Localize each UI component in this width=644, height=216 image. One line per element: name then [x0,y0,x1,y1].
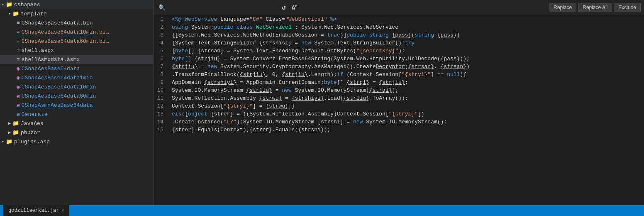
toolbar: 🔍 ↺ AA Replace Replace All Exclude [154,0,644,15]
line-content: {strer}.Equals(Context);{strer}.Equals({… [170,126,644,134]
sidebar-item-label: CShapAesBase64data60min [22,93,96,99]
main-container: ▾ 📁 cshapAes ▾ 📁 template ≡ CShapAesBase… [0,0,644,205]
line-number: 13 [154,110,170,118]
sidebar-item-cshapAesBase64data10min[interactable]: ≡ CShapAesBase64data10min.bi… [0,27,153,37]
table-row: 3 {[System.Web.Services.WebMethod(Enable… [154,31,644,39]
line-number: 11 [154,94,170,102]
sidebar-item-plugins-asp[interactable]: ▾ 📁 plugins.asp [0,137,153,146]
sidebar-item-CShapAesBase64data10min[interactable]: ◉ CShapAesBase64data10min [0,82,153,91]
table-row: 10 System.IO.MemoryStream {strliu} = new… [154,86,644,94]
table-row: 4 {System.Text.StringBuilder {strshisi} … [154,39,644,47]
folder-icon: 📁 [12,129,19,136]
sidebar-item-cshapAes[interactable]: ▾ 📁 cshapAes [0,0,153,9]
chevron-down-icon: ▾ [2,139,4,144]
circle-icon: ◉ [17,93,20,99]
table-row: 11 System.Reflection.Assembly {strwu} = … [154,94,644,102]
code-table: 1 <%@ WebService Language="C#" Class="We… [154,15,644,134]
sidebar-item-label: template [21,11,46,17]
line-content: AppDomain {strshiyi} = AppDomain.Current… [170,79,644,86]
line-number: 1 [154,15,170,23]
toolbar-search: 🔍 ↺ AA [157,2,299,12]
file-icon: ≡ [17,20,20,26]
sidebar-item-label: CShapAsmxAesBase64data [22,102,93,108]
close-icon[interactable]: × [61,209,64,213]
line-number: 14 [154,118,170,126]
sidebar-item-CShapAesBase64data1min[interactable]: ◉ CShapAesBase64data1min [0,73,153,82]
sidebar-item-label: CShapAesBase64data1min [22,75,93,81]
table-row: 1 <%@ WebService Language="C#" Class="We… [154,15,644,23]
sidebar-item-template[interactable]: ▾ 📁 template [0,9,153,18]
chevron-right-icon: ▶ [8,130,11,135]
sidebar-item-label: CShapAesBase64data.bin [22,20,93,26]
sidebar-item-shellAsmxdata-asmx[interactable]: ≡ shellAsmxdata.asmx [0,55,153,64]
folder-icon: 📁 [6,1,12,8]
table-row: 15 {strer}.Equals(Context);{strer}.Equal… [154,126,644,134]
line-number: 6 [154,55,170,63]
line-content: {strjiu} = new System.Security.Cryptogra… [170,63,644,71]
line-number: 5 [154,47,170,55]
circle-icon: ◉ [17,111,20,118]
table-row: 6 byte[] {strjiu} = System.Convert.FromB… [154,55,644,63]
line-number: 10 [154,86,170,94]
line-content: {byte[] {strsan} = System.Text.Encoding.… [170,47,644,55]
line-content: {System.Text.StringBuilder {strshisi} = … [170,39,644,47]
folder-icon: 📁 [12,120,19,127]
bottom-bar: godzillaerkai.jar × [0,205,644,216]
replace-button[interactable]: Replace [549,3,576,12]
table-row: 14 .CreateInstance("LY");System.IO.Memor… [154,118,644,126]
sidebar-item-cshapAesBase64data60min[interactable]: ≡ CShapAesBase64data60min.bi… [0,37,153,46]
sidebar-item-JavaAes[interactable]: ▶ 📁 JavaAes [0,119,153,128]
circle-icon: ◉ [17,74,20,81]
sidebar-item-label: phpXor [21,130,40,136]
table-row: 9 AppDomain {strshiyi} = AppDomain.Curre… [154,79,644,86]
chevron-down-icon: ▾ [2,2,4,7]
line-content: else{object {strer} = ((System.Reflectio… [170,110,644,118]
editor-container: 🔍 ↺ AA Replace Replace All Exclude 1 <%@… [154,0,644,205]
table-row: 8 .TransformFinalBlock({strjiu}, 0, {str… [154,71,644,79]
line-content: <%@ WebService Language="C#" Class="WebS… [170,15,644,23]
line-number: 3 [154,31,170,39]
sidebar-item-label: cshapAes [14,2,40,8]
line-number: 7 [154,63,170,71]
circle-icon: ◉ [17,65,20,72]
line-number: 2 [154,23,170,31]
file-icon: ≡ [17,38,20,44]
line-content: System.IO.MemoryStream {strliu} = new Sy… [170,86,644,94]
code-area[interactable]: 1 <%@ WebService Language="C#" Class="We… [154,15,644,205]
sidebar-item-label: shellAsmxdata.asmx [22,56,80,63]
sidebar-item-label: CShapAesBase64data10min [22,84,96,90]
circle-icon: ◉ [17,102,20,108]
sidebar-item-label: JavaAes [21,120,44,127]
sidebar-item-label: Generate [22,111,47,118]
sidebar-item-CShapAesBase64data[interactable]: ◉ CShapAesBase64data [0,64,153,73]
line-number: 12 [154,102,170,110]
line-content: byte[] {strjiu} = System.Convert.FromBas… [170,55,644,63]
chevron-down-icon: ▾ [8,11,11,16]
refresh-icon[interactable]: ↺ [280,2,288,12]
line-number: 8 [154,71,170,79]
sidebar-item-shell-aspx[interactable]: ≡ shell.aspx [0,46,153,55]
sidebar-item-Generate[interactable]: ◉ Generate [0,110,153,119]
sidebar-item-label: CShapAesBase64data10min.bi… [22,29,109,35]
file-icon: ≡ [17,56,20,63]
sidebar-item-cshapAesBase64data-bin[interactable]: ≡ CShapAesBase64data.bin [0,18,153,27]
sidebar-item-label: CShapAesBase64data60min.bi… [22,38,109,44]
search-icon[interactable]: 🔍 [157,3,167,12]
sidebar-item-label: CShapAesBase64data [22,66,80,72]
line-number: 15 [154,126,170,134]
line-content: .TransformFinalBlock({strjiu}, 0, {strji… [170,71,644,79]
sidebar-item-CShapAsmxAesBase64data[interactable]: ◉ CShapAsmxAesBase64data [0,101,153,110]
toolbar-buttons: Replace Replace All Exclude [549,3,641,12]
line-content: System.Reflection.Assembly {strwu} = {st… [170,94,644,102]
file-icon: ≡ [17,29,20,35]
circle-icon: ◉ [17,83,20,90]
bottom-tab-godzillaerkai[interactable]: godzillaerkai.jar × [3,205,69,216]
sidebar-item-phpXor[interactable]: ▶ 📁 phpXor [0,128,153,137]
table-row: 12 Context.Session["{stryi}"] = {strwu};… [154,102,644,110]
replace-all-button[interactable]: Replace All [578,3,612,12]
font-size-icon[interactable]: AA [290,3,299,12]
exclude-button[interactable]: Exclude [614,3,641,12]
bottom-tab-label: godzillaerkai.jar [8,208,59,214]
sidebar-item-CShapAesBase64data60min[interactable]: ◉ CShapAesBase64data60min [0,91,153,101]
line-content: Context.Session["{stryi}"] = {strwu};} [170,102,644,110]
